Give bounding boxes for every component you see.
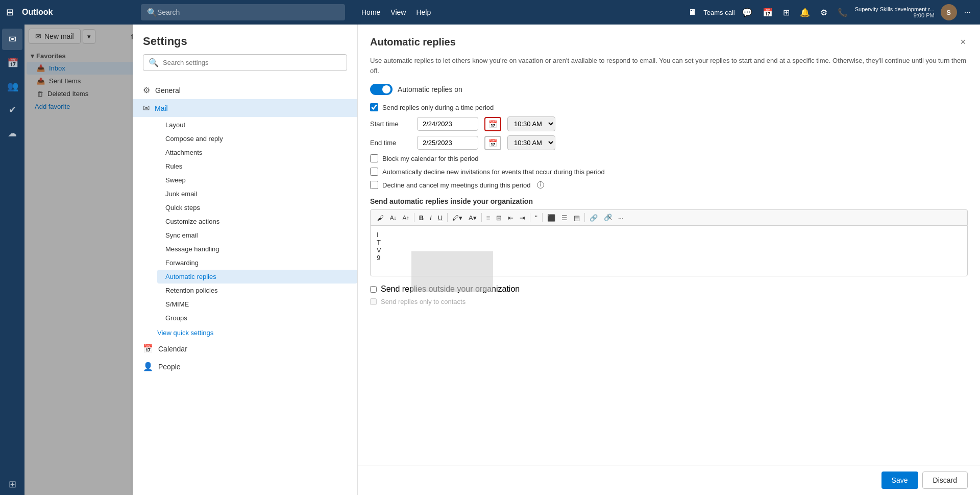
rte-separator-5 xyxy=(542,213,543,222)
grid2-icon[interactable]: ⊞ xyxy=(780,6,793,19)
rte-outdent-button[interactable]: ⇤ xyxy=(505,213,516,223)
discard-button[interactable]: Discard xyxy=(922,472,968,489)
auto-replies-toggle[interactable] xyxy=(370,84,393,95)
rte-bold-button[interactable]: B xyxy=(416,213,426,223)
subnav-groups[interactable]: Groups xyxy=(157,311,357,325)
calendar-icon[interactable]: 📅 xyxy=(760,6,776,19)
rte-align-center[interactable]: ☰ xyxy=(559,213,570,223)
rte-align-right[interactable]: ▤ xyxy=(571,213,582,223)
rte-quote-button[interactable]: " xyxy=(532,213,540,223)
gear-icon[interactable]: ⚙ xyxy=(817,6,830,19)
decline-cancel-label: Decline and cancel my meetings during th… xyxy=(382,181,531,189)
phone-icon[interactable]: 📞 xyxy=(835,6,851,19)
settings-nav-people[interactable]: 👤 People xyxy=(133,358,357,375)
sidebar-item-mail[interactable]: ✉ xyxy=(2,29,22,50)
notification-text: Supervity Skills development r... xyxy=(855,6,935,12)
decline-invitations-checkbox[interactable] xyxy=(370,168,378,176)
subnav-compose[interactable]: Compose and reply xyxy=(157,132,357,146)
rte-more-button[interactable]: ··· xyxy=(616,213,626,223)
sidebar-item-tasks[interactable]: ✔ xyxy=(2,99,22,121)
send-during-period-label: Send replies only during a time period xyxy=(382,104,494,111)
end-calendar-button[interactable]: 📅 xyxy=(484,136,501,150)
rte-font-size-decrease[interactable]: A↓ xyxy=(387,213,399,222)
subnav-rules[interactable]: Rules xyxy=(157,159,357,173)
subnav-message-handling[interactable]: Message handling xyxy=(157,242,357,256)
save-button[interactable]: Save xyxy=(881,472,918,489)
nav-view[interactable]: View xyxy=(386,6,410,18)
settings-nav: ⚙ General ✉ Mail Layout Compose and repl… xyxy=(133,77,357,495)
sidebar-item-onedrive[interactable]: ☁ xyxy=(2,123,22,144)
topbar-search[interactable]: 🔍 xyxy=(141,4,345,20)
sidebar-item-people[interactable]: 👥 xyxy=(2,76,22,97)
general-label: General xyxy=(155,86,181,95)
left-icon-bar: ✉ 📅 👥 ✔ ☁ ⊞ xyxy=(0,25,24,495)
send-contacts-only-checkbox[interactable] xyxy=(370,298,377,305)
block-calendar-checkbox[interactable] xyxy=(370,154,378,162)
rte-font-size-increase[interactable]: A↑ xyxy=(400,213,412,222)
view-quick-settings-link[interactable]: View quick settings xyxy=(133,326,357,340)
start-time-row: Start time 📅 10:30 AM 11:00 AM xyxy=(370,116,968,131)
rte-container: 🖌 A↓ A↑ B I U 🖊▾ A▾ ≡ ⊟ ⇤ ⇥ " ⬛ ☰ xyxy=(370,209,968,276)
rte-image-placeholder xyxy=(411,251,493,292)
subnav-customize[interactable]: Customize actions xyxy=(157,215,357,228)
settings-nav-calendar[interactable]: 📅 Calendar xyxy=(133,340,357,358)
rte-font-color-button[interactable]: A▾ xyxy=(466,213,479,223)
block-calendar-row: Block my calendar for this period xyxy=(370,154,968,162)
apps-grid-icon[interactable]: ⊞ xyxy=(4,5,16,20)
send-during-period-checkbox[interactable] xyxy=(370,103,378,111)
rte-bullets-button[interactable]: ≡ xyxy=(484,213,493,223)
rte-indent-button[interactable]: ⇥ xyxy=(517,213,528,223)
subnav-layout[interactable]: Layout xyxy=(157,118,357,132)
avatar[interactable]: S xyxy=(941,4,957,20)
monitor-icon[interactable]: 🖥 xyxy=(685,6,699,19)
subnav-auto-replies[interactable]: Automatic replies xyxy=(157,270,357,284)
settings-nav-general[interactable]: ⚙ General xyxy=(133,81,357,99)
settings-search[interactable]: 🔍 xyxy=(143,54,347,71)
rte-content[interactable]: ITV9 xyxy=(370,225,968,276)
subnav-sync[interactable]: Sync email xyxy=(157,228,357,242)
decline-cancel-checkbox[interactable] xyxy=(370,181,378,189)
subnav-sweep[interactable]: Sweep xyxy=(157,173,357,187)
chat-icon[interactable]: 💬 xyxy=(739,6,755,19)
start-time-dropdown[interactable]: 10:30 AM 11:00 AM xyxy=(507,116,555,131)
sidebar-item-apps[interactable]: ⊞ xyxy=(2,474,22,495)
people-settings-icon: 👤 xyxy=(143,362,153,371)
bell-icon[interactable]: 🔔 xyxy=(797,6,813,19)
subnav-smime[interactable]: S/MIME xyxy=(157,297,357,311)
subnav-quicksteps[interactable]: Quick steps xyxy=(157,201,357,215)
start-calendar-button[interactable]: 📅 xyxy=(484,117,501,131)
subnav-attachments[interactable]: Attachments xyxy=(157,146,357,159)
rte-separator-6 xyxy=(584,213,585,222)
sidebar-item-calendar[interactable]: 📅 xyxy=(2,52,22,74)
rte-unlink-button[interactable]: 🔗⃥ xyxy=(601,212,615,223)
rte-italic-button[interactable]: I xyxy=(427,213,434,223)
rte-link-button[interactable]: 🔗 xyxy=(587,213,600,223)
topbar-right: 🖥 Teams call 💬 📅 ⊞ 🔔 ⚙ 📞 Supervity Skill… xyxy=(679,4,980,20)
mail-label: Mail xyxy=(155,104,168,112)
end-time-dropdown[interactable]: 10:30 AM 11:00 AM xyxy=(507,135,555,150)
start-time-label: Start time xyxy=(370,120,411,128)
rte-underline-button[interactable]: U xyxy=(435,213,445,223)
end-date-input[interactable] xyxy=(417,136,478,150)
search-settings-input[interactable] xyxy=(163,59,341,66)
more-options-icon[interactable]: ··· xyxy=(961,6,974,19)
nav-help[interactable]: Help xyxy=(412,6,435,18)
start-date-input[interactable] xyxy=(417,117,478,131)
settings-header: Settings 🔍 xyxy=(133,25,357,77)
search-input[interactable] xyxy=(157,8,339,16)
rte-paint-icon[interactable]: 🖌 xyxy=(375,213,386,223)
subnav-forwarding[interactable]: Forwarding xyxy=(157,256,357,270)
info-icon[interactable]: i xyxy=(537,181,544,188)
rte-align-left[interactable]: ⬛ xyxy=(545,213,558,223)
subnav-retention[interactable]: Retention policies xyxy=(157,284,357,297)
rte-highlight-button[interactable]: 🖊▾ xyxy=(450,213,465,223)
user-info: Supervity Skills development r... 9:00 P… xyxy=(855,6,935,18)
send-outside-checkbox[interactable] xyxy=(370,286,377,293)
settings-panel: Settings 🔍 ⚙ General ✉ Mail Layout Compo… xyxy=(133,25,357,495)
rte-numbering-button[interactable]: ⊟ xyxy=(494,213,504,223)
settings-nav-mail[interactable]: ✉ Mail xyxy=(133,99,357,117)
rte-text: ITV9 xyxy=(377,231,381,262)
subnav-junk[interactable]: Junk email xyxy=(157,187,357,201)
dialog-close-button[interactable]: × xyxy=(958,35,968,50)
nav-home[interactable]: Home xyxy=(357,6,384,18)
